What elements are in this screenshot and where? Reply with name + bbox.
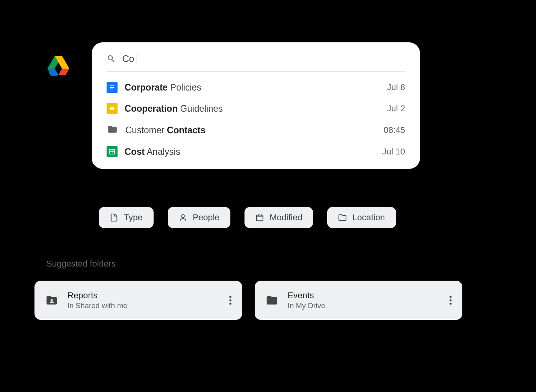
folder-name: Events	[288, 290, 440, 301]
folder-card-events[interactable]: Events In My Drive	[255, 281, 462, 320]
drive-logo	[47, 56, 69, 76]
search-icon	[107, 54, 116, 64]
search-input[interactable]: Co	[122, 53, 136, 64]
person-icon	[179, 213, 187, 222]
result-date: Jul 8	[387, 82, 405, 93]
folder-name: Reports	[67, 290, 220, 301]
result-corporate-policies[interactable]: Corporate Policies Jul 8	[107, 82, 405, 93]
more-icon[interactable]	[449, 295, 452, 305]
svg-rect-8	[110, 85, 114, 86]
more-icon[interactable]	[229, 295, 232, 305]
sheets-icon	[107, 146, 118, 157]
svg-marker-2	[62, 56, 69, 69]
search-query-text: Co	[122, 53, 134, 64]
folder-card-text: Reports In Shared with me	[67, 290, 220, 310]
svg-rect-16	[257, 215, 263, 221]
folder-card-reports[interactable]: Reports In Shared with me	[34, 281, 242, 320]
svg-point-20	[51, 299, 53, 301]
result-date: Jul 10	[382, 147, 405, 157]
result-customer-contacts[interactable]: Customer Contacts 08:45	[107, 124, 405, 136]
result-title: Cost Analysis	[125, 147, 375, 157]
filter-chips: Type People Modified Location	[99, 207, 396, 228]
chip-label: People	[193, 212, 220, 223]
svg-point-24	[449, 296, 451, 298]
search-row[interactable]: Co	[107, 53, 405, 72]
result-cost-analysis[interactable]: Cost Analysis Jul 10	[107, 146, 405, 157]
search-results: Corporate Policies Jul 8 Cooperation Gui…	[107, 82, 405, 157]
chip-modified[interactable]: Modified	[244, 207, 313, 228]
suggested-folders-row: Reports In Shared with me Events In My D…	[34, 281, 462, 320]
slides-icon	[107, 103, 118, 114]
result-date: Jul 2	[387, 103, 405, 114]
chip-type[interactable]: Type	[99, 207, 154, 228]
svg-rect-9	[110, 87, 114, 88]
file-icon	[110, 213, 118, 222]
svg-point-21	[229, 296, 231, 298]
svg-rect-11	[110, 107, 114, 110]
folder-location: In My Drive	[288, 301, 440, 310]
calendar-icon	[255, 213, 264, 222]
chip-label: Type	[124, 212, 143, 223]
svg-point-23	[229, 303, 231, 305]
result-cooperation-guidelines[interactable]: Cooperation Guidelines Jul 2	[107, 103, 405, 114]
folder-icon	[107, 124, 118, 136]
svg-point-25	[449, 299, 451, 301]
svg-rect-10	[110, 89, 113, 89]
svg-point-15	[181, 215, 184, 218]
search-panel: Co Corporate Policies Jul 8 Cooperation …	[92, 42, 420, 169]
result-title: Customer Contacts	[125, 125, 377, 136]
result-title: Cooperation Guidelines	[125, 103, 380, 114]
folder-location: In Shared with me	[67, 301, 220, 310]
suggested-folders-heading: Suggested folders	[46, 259, 116, 269]
docs-icon	[107, 82, 118, 93]
chip-label: Location	[352, 212, 385, 223]
text-caret	[136, 54, 137, 64]
folder-card-text: Events In My Drive	[288, 290, 440, 310]
result-title: Corporate Policies	[125, 82, 380, 93]
chip-location[interactable]: Location	[327, 207, 396, 228]
folder-icon	[265, 294, 279, 307]
result-date: 08:45	[384, 125, 405, 135]
svg-point-26	[449, 303, 451, 305]
folder-outline-icon	[338, 213, 347, 222]
svg-point-22	[229, 299, 231, 301]
chip-label: Modified	[270, 212, 302, 223]
shared-folder-icon	[45, 294, 59, 307]
chip-people[interactable]: People	[168, 207, 231, 228]
